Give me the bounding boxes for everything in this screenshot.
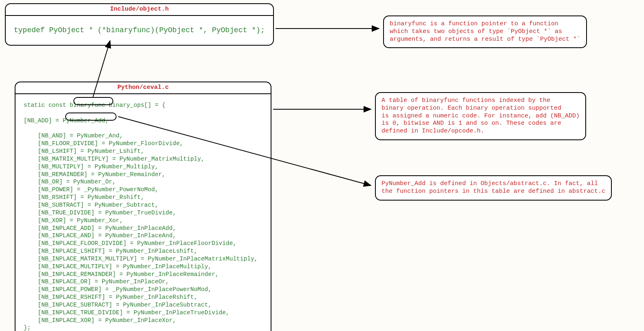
code-box-ceval-c: Python/ceval.c static const binaryfunc b… [15, 82, 271, 331]
box2-title: Python/ceval.c [15, 82, 271, 94]
box1-code: typedef PyObject * (*binaryfunc)(PyObjec… [6, 16, 273, 45]
box2-code-rest: [NB_AND] = PyNumber_And, [NB_FLOOR_DIVID… [24, 132, 258, 331]
box1-title: Include/object.h [6, 4, 273, 16]
box2-code: static const binaryfunc binary_ops[] = {… [15, 94, 271, 331]
callout-pynumber-add: PyNumber_Add is defined in Objects/abstr… [375, 175, 612, 201]
box2-code-head: static const binaryfunc binary_ops[] = { [24, 102, 165, 108]
box2-code-nbadd: [NB_ADD] = PyNumber_Add, [24, 117, 109, 124]
callout-binaryfunc-desc: binaryfunc is a function pointer to a fu… [383, 15, 587, 48]
callout-binary-ops-table: A table of binaryfunc functions indexed … [375, 92, 586, 140]
code-box-object-h: Include/object.h typedef PyObject * (*bi… [5, 3, 274, 46]
